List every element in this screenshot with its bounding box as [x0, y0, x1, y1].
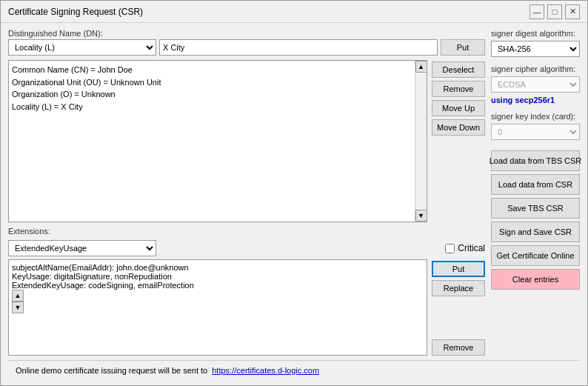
digest-label: signer digest algorithm:	[491, 29, 580, 38]
ext-scrollbar: ▲ ▼	[12, 290, 424, 356]
right-action-buttons: Load data from TBS CSR Load data from CS…	[491, 150, 580, 290]
list-item: Organization (O) = Unknown	[12, 88, 424, 101]
remove-button[interactable]: Remove	[432, 81, 485, 97]
cipher-label: signer cipher algorithm:	[491, 64, 580, 73]
critical-checkbox[interactable]	[445, 244, 455, 253]
scroll-down-arrow[interactable]: ▼	[415, 210, 427, 222]
ext-dropdown[interactable]: ExtendedKeyUsage	[8, 240, 156, 256]
dn-section: Distinguished Name (DN): Locality (L) Pu…	[8, 29, 485, 56]
list-item: ExtendedKeyUsage: codeSigning, emailProt…	[12, 281, 424, 290]
extensions-label: Extensions:	[8, 227, 485, 236]
content-area: Distinguished Name (DN): Locality (L) Pu…	[1, 23, 587, 385]
dn-input-row: Locality (L) Put	[8, 39, 485, 56]
list-item: Locality (L) = X City	[12, 101, 424, 113]
dn-put-button[interactable]: Put	[441, 39, 485, 56]
move-up-button[interactable]: Move Up	[432, 100, 485, 116]
right-panel: signer digest algorithm: SHA-256 signer …	[491, 29, 580, 356]
ext-action-buttons: Put Replace Remove	[432, 259, 485, 356]
curve-value: using secp256r1	[491, 96, 580, 104]
main-area: Distinguished Name (DN): Locality (L) Pu…	[8, 29, 580, 356]
dn-scrollbar: ▲ ▼	[415, 61, 427, 222]
list-item: subjectAltName(EmailAddr): john.doe@unkn…	[12, 263, 424, 272]
list-item: Common Name (CN) = John Doe	[12, 64, 424, 76]
extensions-section: Extensions: ExtendedKeyUsage Critical	[8, 227, 485, 356]
dn-entries-list: Common Name (CN) = John Doe Organization…	[8, 60, 427, 222]
get-certificate-online-button[interactable]: Get Certificate Online	[491, 245, 580, 266]
ext-remove-button[interactable]: Remove	[432, 339, 485, 356]
load-csr-button[interactable]: Load data from CSR	[491, 174, 580, 195]
digest-dropdown[interactable]: SHA-256	[491, 41, 580, 57]
dn-value-input[interactable]	[159, 39, 438, 56]
main-window: Certificate Signing Request (CSR) — □ ✕ …	[0, 0, 588, 386]
dn-action-buttons: Deselect Remove Move Up Move Down	[432, 60, 485, 222]
dn-label: Distinguished Name (DN):	[8, 29, 485, 38]
title-bar: Certificate Signing Request (CSR) — □ ✕	[1, 1, 587, 23]
key-index-section: signer key index (card): 0	[491, 112, 580, 140]
left-panel: Distinguished Name (DN): Locality (L) Pu…	[8, 29, 485, 356]
close-button[interactable]: ✕	[565, 4, 580, 19]
sign-save-csr-button[interactable]: Sign and Save CSR	[491, 222, 580, 242]
maximize-button[interactable]: □	[547, 4, 562, 19]
footer-link[interactable]: https://certificates.d-logic.com	[212, 366, 319, 375]
ext-body: subjectAltName(EmailAddr): john.doe@unkn…	[8, 259, 485, 356]
window-title: Certificate Signing Request (CSR)	[8, 7, 143, 17]
footer-text: Online demo certificate issuing request …	[16, 366, 207, 375]
ext-input-row: ExtendedKeyUsage Critical	[8, 240, 485, 256]
clear-entries-button[interactable]: Clear entries	[491, 269, 580, 290]
load-tbs-csr-button[interactable]: Load data from TBS CSR	[491, 150, 580, 171]
ext-scroll-up-arrow[interactable]: ▲	[12, 290, 24, 302]
deselect-button[interactable]: Deselect	[432, 61, 485, 78]
cipher-dropdown[interactable]: ECDSA	[491, 76, 580, 93]
dn-entries-section: Common Name (CN) = John Doe Organization…	[8, 60, 485, 222]
dn-content: Common Name (CN) = John Doe Organization…	[12, 64, 424, 113]
key-index-label: signer key index (card):	[491, 112, 580, 121]
minimize-button[interactable]: —	[529, 4, 544, 19]
ext-entries-list: subjectAltName(EmailAddr): john.doe@unkn…	[8, 259, 427, 356]
ext-put-button[interactable]: Put	[432, 261, 485, 277]
scroll-up-arrow[interactable]: ▲	[415, 61, 427, 73]
save-tbs-csr-button[interactable]: Save TBS CSR	[491, 198, 580, 219]
critical-checkbox-row: Critical	[445, 243, 485, 253]
critical-label: Critical	[458, 243, 485, 253]
ext-replace-button[interactable]: Replace	[432, 280, 485, 296]
dn-text-wrap: Common Name (CN) = John Doe Organization…	[8, 60, 427, 222]
ext-scroll-down-arrow[interactable]: ▼	[12, 302, 24, 313]
dn-dropdown[interactable]: Locality (L)	[8, 39, 156, 56]
list-item: Organizational Unit (OU) = Unknown Unit	[12, 76, 424, 89]
move-down-button[interactable]: Move Down	[432, 119, 485, 136]
cipher-algorithm-section: signer cipher algorithm: ECDSA using sec…	[491, 64, 580, 104]
list-item: KeyUsage: digitalSignature, nonRepudiati…	[12, 272, 424, 281]
digest-algorithm-section: signer digest algorithm: SHA-256	[491, 29, 580, 57]
footer: Online demo certificate issuing request …	[8, 360, 580, 379]
window-controls: — □ ✕	[529, 4, 580, 19]
key-index-dropdown[interactable]: 0	[491, 124, 580, 140]
ext-text-wrap: subjectAltName(EmailAddr): john.doe@unkn…	[8, 259, 427, 356]
